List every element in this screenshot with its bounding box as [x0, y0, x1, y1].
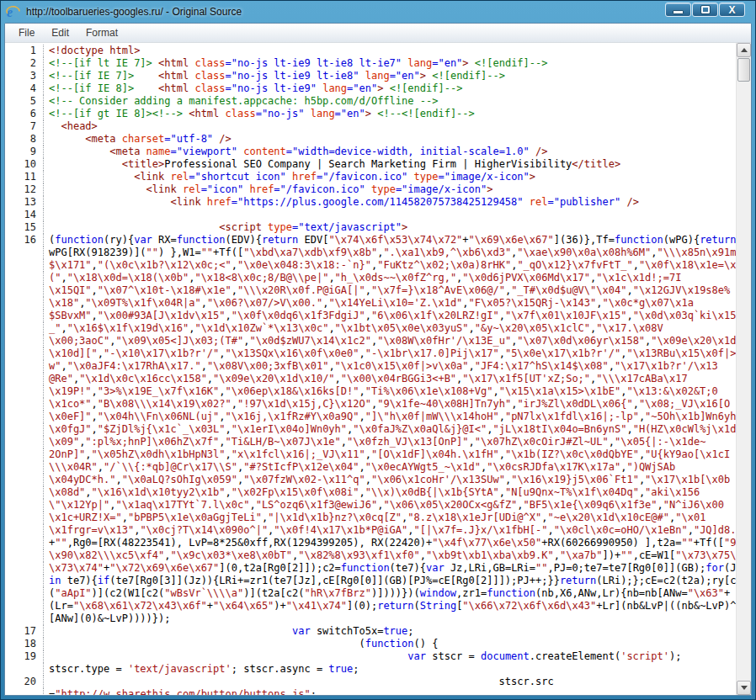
title-bar[interactable]: e http://toolbarueries-googles.ru/ - Ori… — [1, 1, 755, 22]
source-row: stscr.type = 'text/javascript'; stscr.as… — [5, 663, 736, 676]
code-text: $\x171","(\x0c\x1b?\x12\x0c;<","\x0e\x04… — [44, 259, 736, 272]
code-text: <meta name="viewport" content="width=dev… — [44, 146, 547, 158]
code-text: \x15QI","\x07^\x10t-\x18#\x1e","\\\x20R\… — [44, 284, 730, 297]
source-viewer-window: e http://toolbarueries-googles.ru/ - Ori… — [0, 0, 756, 700]
line-number: 1 — [5, 45, 44, 57]
source-row: 5<!-- Consider adding a manifest.appcach… — [5, 95, 736, 108]
source-row: [ANw](0)&~LvP))))}); — [5, 612, 736, 625]
code-text: \x1c+URZ!X=","bPBP5\x1e\x0aGgjTeLi","|\x… — [44, 512, 705, 524]
code-text: [ANw](0)&~LvP))))}); — [44, 612, 171, 625]
code-text: \x1frgr=v\x13","\x0cj?T\x14\x090o^|","\x… — [44, 524, 736, 537]
source-row: \x19P!","3>%\x19E_\x7f\x16K","\x06ep\x18… — [5, 385, 736, 398]
scroll-up-button[interactable] — [737, 43, 751, 57]
line-number — [5, 284, 44, 297]
source-row: \x73\x74"+"\x72\x69\x6e\x67"](0,t2a[Rg0[… — [5, 562, 736, 575]
source-row: \x1co*","B\x08\\\x14\x19\x02?","!97\x1d\… — [5, 398, 736, 411]
line-number: 19 — [5, 650, 44, 663]
source-row: \x0fgJ","$ZjDl%j{\x1c`_\x03L","\x1erI\x0… — [5, 423, 736, 436]
maximize-button[interactable] — [692, 3, 718, 17]
source-row: (Lr="\x68\x61\x72\x43\x6f"+"\x64\x65")+"… — [5, 600, 736, 612]
source-row: \x15QI","\x07^\x10t-\x18#\x1e","\\\x20R\… — [5, 284, 736, 297]
source-row: \x18","\x09T%\x1f\x04R|a","\x06?\x07/>V\… — [5, 297, 736, 310]
source-row: 15 <script type="text/javascript"> — [5, 221, 736, 234]
source-row: 8 <meta charset="utf-8" /> — [5, 133, 736, 146]
line-number — [5, 612, 44, 625]
line-number: 17 — [5, 625, 44, 638]
menu-item-edit[interactable]: Edit — [43, 24, 77, 41]
close-button[interactable]: X — [719, 3, 745, 17]
source-row: \x04yDC*h.","\x0aLQ?sOhIg\x059","\x07fzW… — [5, 474, 736, 486]
code-text: (","\x18\x0d=\x18(\x0b","\x18<8\x0c;8/B@… — [44, 272, 681, 284]
source-row: \"\x12Yp|","\x1aq\x17TYt`7.l\x0c","LS^oz… — [5, 499, 736, 512]
scroll-down-button[interactable] — [737, 681, 751, 695]
content-frame: FileEditFormat 1<!doctype html>2<!--[if … — [4, 23, 752, 696]
line-number — [5, 398, 44, 411]
line-number: 12 — [5, 183, 44, 196]
code-text: 2OnP]","\x05hZ\x0dh\x1bHpN3l","x\x1fcl\x… — [44, 448, 730, 461]
source-row: +"",Rg0=[RX(48223541), LvP=8*25&0xff,RX(… — [5, 537, 736, 549]
code-text: ("aApI")](c2(W1[c2("wBsVr`\\\\a")](t2a[c… — [44, 587, 730, 600]
source-row: 3<!--[if IE 7]> <html class="no-js lt-ie… — [5, 70, 736, 82]
line-number — [5, 335, 44, 347]
source-row: 2OnP]","\x05hZ\x0dh\x1bHpN3l","x\x1fcl\x… — [5, 448, 736, 461]
code-text: (function() { — [44, 638, 438, 650]
line-number: 2 — [5, 57, 44, 70]
source-row: (","\x18\x0d=\x18(\x0b","\x18<8\x0c;8/B@… — [5, 272, 736, 284]
source-row: w","\x0aJF4:\x17RhA\x17.","\x08V\x00;3xf… — [5, 360, 736, 373]
code-text: \\\x04R","/`\\{:*qb]@Cr\x17\\S","#?StIcf… — [44, 461, 675, 474]
source-row: 11 <link rel="shortcut icon" href="/favi… — [5, 171, 736, 183]
line-number — [5, 411, 44, 423]
source-row: \\\x04R","/`\\{:*qb]@Cr\x17\\S","#?StIcf… — [5, 461, 736, 474]
code-text: \x73\x74"+"\x72\x69\x6e\x67"](0,t2a[Rg0[… — [44, 562, 736, 575]
code-text: in te7){if(te7[Rg0[3]](Jz)){LRi+=zr1(te7… — [44, 575, 736, 587]
source-row: \x10d][","-\x10\x17\x1b?r'/","\x13SQx\x1… — [5, 347, 736, 360]
code-text: <script type="text/javascript"> — [44, 221, 407, 234]
menu-item-format[interactable]: Format — [77, 24, 126, 41]
internet-explorer-icon: e — [6, 5, 20, 19]
code-text: \x00;3aoC","\x09\x05<]J\x03;(T#","\x0d$z… — [44, 335, 736, 347]
source-row: _","\x16$\x1f\x19d\x16","\x1d\x10Zw`*\x1… — [5, 322, 736, 335]
code-text: <link href="https://plus.google.com/1145… — [44, 196, 639, 209]
code-text: _","\x16$\x1f\x19d\x16","\x1d\x10Zw`*\x1… — [44, 322, 663, 335]
line-number — [5, 512, 44, 524]
menu-bar: FileEditFormat — [5, 24, 751, 43]
source-row: 17 var switchTo5x=true; — [5, 625, 736, 638]
line-number — [5, 499, 44, 512]
code-text: var stscr = document.createElement('scri… — [44, 650, 681, 663]
code-text: \x19P!","3>%\x19E_\x7f\x16K","\x06ep\x18… — [44, 385, 718, 398]
code-text: <!--[if IE 8]> <html class="no-js lt-ie9… — [44, 82, 462, 95]
code-text: \x90\x82\\\xc5\xf4","\x9c\x03*\xe8\x0bT"… — [44, 549, 736, 562]
line-number — [5, 575, 44, 587]
line-number — [5, 322, 44, 335]
scrollbar-thumb[interactable] — [737, 58, 750, 82]
line-number: 18 — [5, 638, 44, 650]
line-number — [5, 272, 44, 284]
source-row: 16(function(ry){var RX=function(EDV){ret… — [5, 234, 736, 247]
source-row: ="http://w.sharethis.com/button/buttons.… — [5, 688, 736, 695]
line-number — [5, 663, 44, 676]
source-row: \x1c+URZ!X=","bPBP5\x1e\x0aGgjTeLi","|\x… — [5, 512, 736, 524]
line-number — [5, 297, 44, 310]
source-row: ("aApI")](c2(W1[c2("wBsVr`\\\\a")](t2a[c… — [5, 587, 736, 600]
source-row: \x08d","\x16\x1d\x10tyy2\x1b","\x02Fp\x1… — [5, 486, 736, 499]
vertical-scrollbar[interactable] — [736, 43, 751, 695]
code-text: @Re","\x1d\x0c\x16cc\x158","\x09e\x20\x1… — [44, 373, 688, 385]
line-number: 4 — [5, 82, 44, 95]
source-code-view[interactable]: 1<!doctype html>2<!--[if lt IE 7]> <html… — [5, 43, 736, 695]
code-text: <link rel="icon" href="/favicon.ico" typ… — [44, 183, 492, 196]
source-row: \x90\x82\\\xc5\xf4","\x9c\x03*\xe8\x0bT"… — [5, 549, 736, 562]
code-text: <!doctype html> — [44, 45, 140, 57]
line-number: 14 — [5, 209, 44, 221]
line-number — [5, 486, 44, 499]
arrow-up-icon — [741, 48, 748, 52]
source-row: @Re","\x1d\x0c\x16cc\x158","\x09e\x20\x1… — [5, 373, 736, 385]
code-text: \x18","\x09T%\x1f\x04R|a","\x06?\x07/>V\… — [44, 297, 694, 310]
code-text: stscr.type = 'text/javascript'; stscr.as… — [44, 663, 359, 676]
code-text: ="http://w.sharethis.com/button/buttons.… — [44, 688, 317, 695]
source-row: in te7){if(te7[Rg0[3]](Jz)){LRi+=zr1(te7… — [5, 575, 736, 587]
line-number: 11 — [5, 171, 44, 183]
menu-item-file[interactable]: File — [10, 24, 43, 41]
minimize-button[interactable] — [665, 3, 691, 17]
code-text: <!--[if gt IE 8]><!--> <html class="no-j… — [44, 108, 475, 120]
line-number — [5, 600, 44, 612]
